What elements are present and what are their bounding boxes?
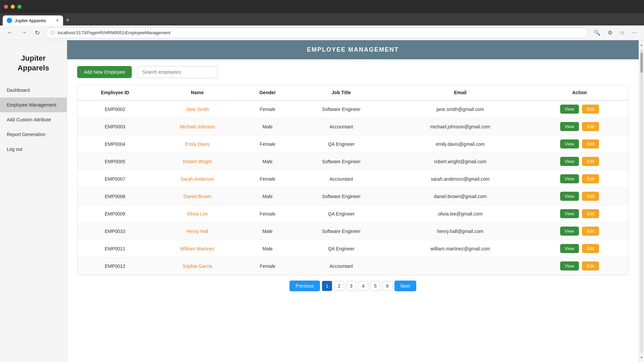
address-bar[interactable]: ⓘ localhost:5173/PageHR/HRM0051/Employee… <box>45 27 588 38</box>
edit-button[interactable]: Edit <box>582 105 599 114</box>
cell-email: daniel.brown@gmail.com <box>390 188 531 205</box>
table-header-row: Employee ID Name Gender Job Title Email … <box>77 85 628 100</box>
view-button[interactable]: View <box>560 227 579 236</box>
view-button[interactable]: View <box>560 209 579 218</box>
cell-employee-id: EMP0005 <box>77 153 153 170</box>
app-container: Jupiter Apparels Dashboard Employee Mana… <box>0 40 644 362</box>
favorites-icon[interactable]: ☆ <box>617 28 627 37</box>
more-icon[interactable]: ⋯ <box>629 28 640 37</box>
add-new-employee-button[interactable]: Add New Employee <box>77 66 132 78</box>
extensions-icon[interactable]: ⚙ <box>605 28 615 37</box>
cell-email: william.martinez@gmail.com <box>390 240 531 257</box>
page-6-button[interactable]: 6 <box>382 281 392 291</box>
page-5-button[interactable]: 5 <box>370 281 380 291</box>
sidebar-item-log-out[interactable]: Log out <box>0 142 67 157</box>
cell-email: robert.wright@gmail.com <box>390 153 531 170</box>
table-row: EMP0011 William Martinez Male QA Enginee… <box>77 240 628 257</box>
search-input[interactable] <box>137 66 218 78</box>
sidebar-nav: Dashboard Employee Management Add Custom… <box>0 83 67 157</box>
cell-employee-id: EMP0003 <box>77 118 153 135</box>
edit-button[interactable]: Edit <box>582 157 599 166</box>
col-action: Action <box>531 85 628 100</box>
new-tab-button[interactable]: + <box>63 15 72 25</box>
sidebar-item-add-custom-attribute[interactable]: Add Custom Attribute <box>0 112 67 127</box>
sidebar-item-report-generation[interactable]: Report Generation <box>0 127 67 142</box>
browser-actions: 🔍 ⚙ ☆ ⋯ <box>591 28 640 37</box>
edit-button[interactable]: Edit <box>582 227 599 236</box>
cell-action: View Edit <box>531 188 628 205</box>
next-button[interactable]: Next <box>394 281 416 291</box>
refresh-button[interactable]: ↻ <box>32 28 43 38</box>
cell-employee-id: EMP0007 <box>77 170 153 188</box>
browser-tabs: Jupiter Apparels × + <box>0 13 644 25</box>
cell-job: QA Engineer <box>293 240 389 257</box>
edit-button[interactable]: Edit <box>582 174 599 183</box>
cell-gender: Female <box>242 135 293 153</box>
cell-employee-id: EMP0011 <box>77 240 153 257</box>
edit-button[interactable]: Edit <box>582 139 599 148</box>
sidebar-item-dashboard[interactable]: Dashboard <box>0 83 67 98</box>
cell-job: Accountant <box>293 118 389 135</box>
cell-action: View Edit <box>531 100 628 118</box>
cell-job: Accountant <box>293 257 389 275</box>
employee-table-container: Employee ID Name Gender Job Title Email … <box>77 85 629 275</box>
cell-action: View Edit <box>531 223 628 240</box>
page-4-button[interactable]: 4 <box>358 281 368 291</box>
cell-gender: Male <box>242 188 293 205</box>
table-row: EMP0005 Robert Wright Male Software Engi… <box>77 153 628 170</box>
cell-name: Olivia Lee <box>153 205 242 223</box>
cell-gender: Female <box>242 100 293 118</box>
scrollbar: ▲ ▼ <box>639 40 644 362</box>
cell-email: sarah.anderson@gmail.com <box>390 170 531 188</box>
cell-employee-id: EMP0010 <box>77 223 153 240</box>
page-3-button[interactable]: 3 <box>346 281 356 291</box>
browser-chrome <box>0 0 644 13</box>
page-2-button[interactable]: 2 <box>334 281 344 291</box>
cell-employee-id: EMP0012 <box>77 257 153 275</box>
col-email: Email <box>390 85 531 100</box>
cell-action: View Edit <box>531 205 628 223</box>
col-job-title: Job Title <box>293 85 389 100</box>
scroll-up-arrow[interactable]: ▲ <box>639 42 644 48</box>
forward-button[interactable]: → <box>18 28 30 38</box>
view-button[interactable]: View <box>560 261 579 270</box>
view-button[interactable]: View <box>560 122 579 131</box>
cell-gender: Male <box>242 223 293 240</box>
scroll-down-arrow[interactable]: ▼ <box>639 354 644 361</box>
back-button[interactable]: ← <box>4 28 15 38</box>
toolbar: Add New Employee <box>77 66 629 78</box>
cell-action: View Edit <box>531 118 628 135</box>
cell-name: William Martinez <box>153 240 242 257</box>
col-gender: Gender <box>242 85 293 100</box>
tab-close-icon[interactable]: × <box>56 17 59 23</box>
cell-email: olivia.lee@gmail.com <box>390 205 531 223</box>
scroll-track[interactable] <box>640 49 643 353</box>
view-button[interactable]: View <box>560 174 579 183</box>
scroll-thumb[interactable] <box>640 53 643 73</box>
sidebar-item-employee-management[interactable]: Employee Management <box>0 98 67 112</box>
cell-action: View Edit <box>531 135 628 153</box>
active-tab[interactable]: Jupiter Apparels × <box>3 15 63 25</box>
cell-email: jane.smith@gmail.com <box>390 100 531 118</box>
view-button[interactable]: View <box>560 157 579 166</box>
previous-button[interactable]: Previous <box>289 281 320 291</box>
edit-button[interactable]: Edit <box>582 209 599 218</box>
edit-button[interactable]: Edit <box>582 122 599 131</box>
cell-employee-id: EMP0002 <box>77 100 153 118</box>
page-1-button[interactable]: 1 <box>322 281 332 291</box>
cell-job: Software Engineer <box>293 153 389 170</box>
view-button[interactable]: View <box>560 244 579 253</box>
search-icon[interactable]: 🔍 <box>591 28 603 37</box>
cell-action: View Edit <box>531 257 628 275</box>
edit-button[interactable]: Edit <box>582 261 599 270</box>
cell-name: Michael Johnson <box>153 118 242 135</box>
view-button[interactable]: View <box>560 139 579 148</box>
view-button[interactable]: View <box>560 105 579 114</box>
cell-action: View Edit <box>531 153 628 170</box>
view-button[interactable]: View <box>560 192 579 201</box>
cell-email: michael.johnson@gmail.com <box>390 118 531 135</box>
cell-name: Henry Hall <box>153 223 242 240</box>
cell-job: Software Engineer <box>293 223 389 240</box>
edit-button[interactable]: Edit <box>582 244 599 253</box>
edit-button[interactable]: Edit <box>582 192 599 201</box>
